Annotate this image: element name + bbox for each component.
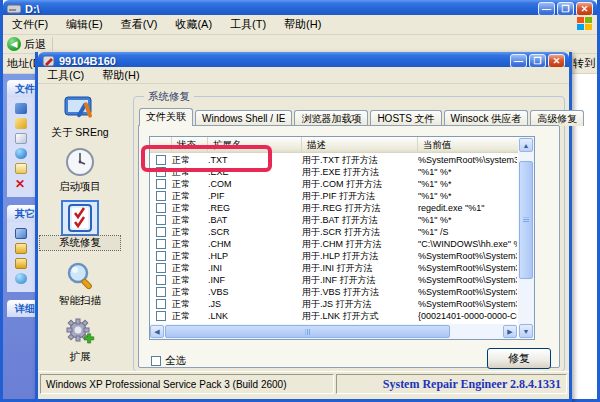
header-ext[interactable]: 扩展名 — [208, 137, 302, 152]
drive-icon — [7, 3, 21, 15]
table-row[interactable]: 正常 .COM 用于.COM 打开方法 "%1" %* — [150, 178, 517, 190]
sidebar-item-extensions[interactable]: 扩展 — [40, 316, 120, 364]
menu-item[interactable]: 查看(V) — [112, 15, 167, 34]
system-repair-groupbox: 系统修复 文件关联Windows Shell / IE浏览器加载项HOSTS 文… — [133, 96, 565, 372]
clock-icon — [63, 146, 97, 178]
table-row[interactable]: 正常 .LNK 用于.LNK 打开方式 {00021401-0000-0000-… — [150, 310, 517, 322]
explorer-minimize-button[interactable]: — — [538, 2, 555, 16]
table-row[interactable]: 正常 .EXE 用于.EXE 打开方法 "%1" %* — [150, 166, 517, 178]
menu-item[interactable]: 帮助(H) — [93, 66, 148, 85]
sidebar-item-about[interactable]: 关于 SREng — [40, 92, 120, 140]
header-checkbox-column[interactable] — [150, 137, 172, 152]
menu-item[interactable]: 编辑(E) — [57, 15, 112, 34]
computer-icon — [15, 228, 27, 239]
row-checkbox[interactable] — [150, 202, 172, 214]
envelope-icon — [15, 163, 27, 174]
tab[interactable]: Winsock 供应者 — [444, 110, 529, 126]
back-icon: ◀ — [7, 37, 21, 51]
menu-item[interactable]: 工具(T) — [221, 15, 275, 34]
row-checkbox[interactable] — [150, 274, 172, 286]
vertical-scroll-thumb[interactable] — [519, 161, 533, 279]
sreng-menubar: 工具(C)帮助(H) — [38, 67, 569, 84]
explorer-menu: 文件(F)编辑(E)查看(V)收藏(A)工具(T)帮助(H) — [3, 15, 330, 34]
sidebar-item-system-repair[interactable]: 系统修复 — [40, 202, 120, 250]
gear-plus-icon — [63, 316, 97, 348]
sreng-window: 99104B160 — ❐ ✕ 工具(C)帮助(H) 关于 SREng — [35, 52, 572, 402]
row-checkbox[interactable] — [150, 178, 172, 190]
table-row[interactable]: 正常 .BAT 用于.BAT 打开方法 "%1" %* — [150, 214, 517, 226]
row-checkbox[interactable] — [150, 310, 172, 322]
menu-item[interactable]: 工具(C) — [38, 66, 93, 85]
table-row[interactable]: 正常 .TXT 用于.TXT 打开方法 %SystemRoot%\system3… — [150, 154, 517, 166]
sreng-minimize-button[interactable]: — — [510, 54, 527, 68]
explorer-close-button[interactable]: ✕ — [576, 2, 593, 16]
sreng-close-button[interactable]: ✕ — [548, 54, 565, 68]
vertical-scrollbar[interactable]: ▲ ▼ — [518, 137, 534, 339]
header-value[interactable]: 当前值 — [418, 137, 534, 152]
copy-icon — [15, 133, 27, 144]
tab[interactable]: 浏览器加载项 — [294, 110, 368, 126]
back-button[interactable]: 后退 — [24, 37, 46, 52]
table-row[interactable]: 正常 .JS 用于.JS 打开方法 %SystemRoot%\System32\ — [150, 298, 517, 310]
table-row[interactable]: 正常 .CHM 用于.CHM 打开方法 "C:\WINDOWS\hh.exe" … — [150, 238, 517, 250]
file-association-tabpage: 状态 扩展名 描述 当前值 正常 .TXT — [138, 125, 560, 368]
delete-x-icon: ✕ — [15, 177, 25, 191]
table-header-row: 状态 扩展名 描述 当前值 — [150, 137, 534, 153]
table-row[interactable]: 正常 .REG 用于.REG 打开方法 regedit.exe "%1" — [150, 202, 517, 214]
sidebar-item-smart-scan[interactable]: 智能扫描 — [40, 260, 120, 308]
menu-item[interactable]: 文件(F) — [3, 15, 57, 34]
tab[interactable]: 文件关联 — [139, 108, 193, 126]
sreng-maximize-button[interactable]: ❐ — [529, 54, 546, 68]
menu-item[interactable]: 帮助(H) — [275, 15, 330, 34]
explorer-menubar: 文件(F)编辑(E)查看(V)收藏(A)工具(T)帮助(H) — [3, 15, 597, 35]
statusbar-app-name: System Repair Engineer 2.8.4.1331 — [336, 374, 567, 394]
windows-logo-icon — [577, 17, 593, 31]
table-row[interactable]: 正常 .INF 用于.INF 打开方法 %SystemRoot%\System3… — [150, 274, 517, 286]
row-checkbox[interactable] — [150, 250, 172, 262]
horizontal-scrollbar[interactable]: ◀ ▶ — [150, 324, 517, 339]
horizontal-scroll-thumb[interactable] — [165, 325, 450, 338]
header-desc[interactable]: 描述 — [302, 137, 418, 152]
screen: D:\ — ❐ ✕ 文件(F)编辑(E)查看(V)收藏(A)工具(T)帮助(H)… — [0, 0, 600, 402]
explorer-title: D:\ — [25, 3, 536, 15]
sidebar-item-startup[interactable]: 启动项目 — [40, 146, 120, 194]
menu-item[interactable]: 收藏(A) — [166, 15, 221, 34]
select-all-checkbox[interactable]: 全选 — [151, 354, 186, 368]
repair-button[interactable]: 修复 — [487, 348, 551, 369]
toolbar-separator — [52, 37, 53, 51]
repair-tabs: 文件关联Windows Shell / IE浏览器加载项HOSTS 文件Wins… — [139, 108, 586, 126]
explorer-maximize-button[interactable]: ❐ — [557, 2, 574, 16]
row-checkbox[interactable] — [150, 238, 172, 250]
sreng-client-area: 关于 SREng 启动项目 系统修复 — [38, 84, 569, 371]
row-checkbox[interactable] — [150, 190, 172, 202]
sreng-statusbar: Windows XP Professional Service Pack 3 (… — [38, 371, 569, 399]
magnifier-icon — [63, 260, 97, 292]
move-folder-icon — [15, 118, 27, 129]
scroll-right-icon[interactable]: ▶ — [503, 325, 517, 338]
tab[interactable]: HOSTS 文件 — [370, 110, 441, 126]
statusbar-os-version: Windows XP Professional Service Pack 3 (… — [40, 374, 334, 394]
scroll-down-icon[interactable]: ▼ — [519, 324, 533, 338]
table-row[interactable]: 正常 .HLP 用于.HLP 打开方法 %SystemRoot%\System3… — [150, 250, 517, 262]
row-checkbox[interactable] — [150, 214, 172, 226]
table-row[interactable]: 正常 .INI 用于.INI 打开方法 %SystemRoot%\System3… — [150, 262, 517, 274]
tab[interactable]: Windows Shell / IE — [195, 110, 292, 126]
rename-icon — [15, 103, 27, 114]
row-checkbox[interactable] — [150, 226, 172, 238]
folder-open-icon — [15, 258, 27, 269]
row-checkbox[interactable] — [150, 286, 172, 298]
table-body: 正常 .TXT 用于.TXT 打开方法 %SystemRoot%\system3… — [150, 154, 517, 322]
row-checkbox[interactable] — [150, 166, 172, 178]
scroll-up-icon[interactable]: ▲ — [519, 138, 533, 152]
tab[interactable]: 高级修复 — [530, 110, 584, 126]
table-row[interactable]: 正常 .PIF 用于.PIF 打开方法 "%1" %* — [150, 190, 517, 202]
row-checkbox[interactable] — [150, 298, 172, 310]
scroll-left-icon[interactable]: ◀ — [150, 325, 164, 338]
table-row[interactable]: 正常 .VBS 用于.VBS 打开方法 %SystemRoot%\System3… — [150, 286, 517, 298]
network-icon — [15, 273, 27, 284]
folder-icon — [15, 243, 27, 254]
header-status[interactable]: 状态 — [172, 137, 208, 152]
row-checkbox[interactable] — [150, 262, 172, 274]
table-row[interactable]: 正常 .SCR 用于.SCR 打开方法 "%1" /S — [150, 226, 517, 238]
checkbox-icon — [151, 356, 161, 366]
